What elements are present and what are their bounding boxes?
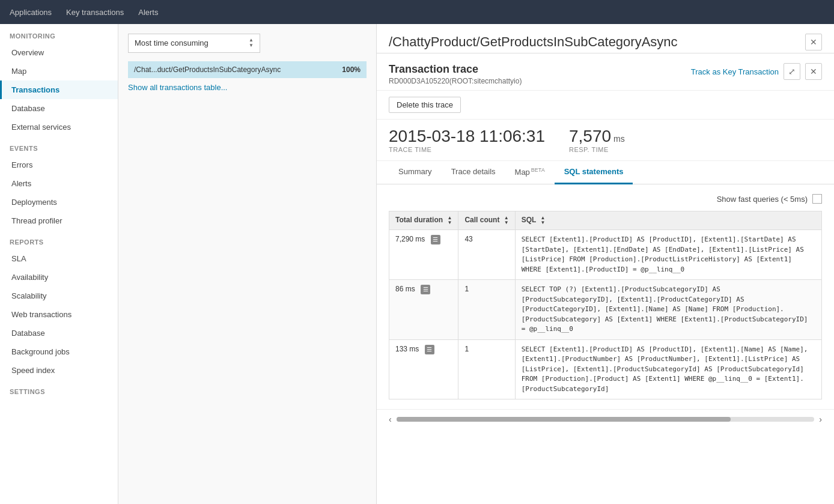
- sidebar-item-external-services[interactable]: External services: [0, 118, 118, 136]
- table-row: 86 ms ☰1SELECT TOP (?) [Extent1].[Produc…: [389, 280, 822, 340]
- sidebar-item-web-transactions[interactable]: Web transactions: [0, 305, 118, 324]
- left-panel: Most time consuming ▲ ▼ /Chat...duct/Get…: [118, 24, 377, 504]
- trace-time-value: 2015-03-18 11:06:31: [389, 127, 545, 146]
- sidebar: MONITORING Overview Map Transactions Dat…: [0, 24, 118, 504]
- sort-arrows-sql: ▲▼: [540, 216, 545, 225]
- top-nav: Applications Key transactions Alerts: [0, 0, 834, 24]
- sidebar-item-overview[interactable]: Overview: [0, 43, 118, 62]
- detail-header: /ChattyProduct/GetProductsInSubCategoryA…: [377, 24, 834, 53]
- time-consuming-dropdown[interactable]: Most time consuming ▲ ▼: [128, 34, 260, 53]
- sidebar-item-sla[interactable]: SLA: [0, 249, 118, 268]
- trace-tabs: Summary Trace details MapBETA SQL statem…: [377, 161, 834, 184]
- nav-alerts[interactable]: Alerts: [138, 5, 158, 19]
- resp-time-value: 7,570 ms: [569, 127, 625, 146]
- transaction-bar-pct: 100%: [342, 65, 361, 74]
- col-total-duration[interactable]: Total duration ▲▼: [389, 211, 458, 230]
- sidebar-item-availability[interactable]: Availability: [0, 268, 118, 287]
- trace-card-header: Transaction trace RD000D3A105220(ROOT:si…: [377, 53, 834, 91]
- filter-row: Show fast queries (< 5ms): [389, 194, 822, 204]
- right-panel: /ChattyProduct/GetProductsInSubCategoryA…: [377, 24, 834, 504]
- col-sql[interactable]: SQL ▲▼: [515, 211, 821, 230]
- sql-code-text: SELECT [Extent1].[ProductID] AS [Product…: [522, 235, 808, 273]
- delete-trace-button[interactable]: Delete this trace: [389, 97, 461, 113]
- cell-sql: SELECT TOP (?) [Extent1].[ProductSubcate…: [515, 280, 821, 340]
- bottom-scrollbar: ‹ ›: [377, 409, 834, 429]
- scroll-thumb: [397, 417, 731, 422]
- tab-trace-details[interactable]: Trace details: [442, 161, 505, 184]
- trace-card-subtitle: RD000D3A105220(ROOT:sitecmchattyio): [389, 77, 522, 85]
- scroll-left-icon[interactable]: ‹: [389, 414, 392, 424]
- sort-arrows-call-count: ▲▼: [504, 216, 509, 225]
- sidebar-item-database-report[interactable]: Database: [0, 324, 118, 342]
- sidebar-item-map[interactable]: Map: [0, 62, 118, 80]
- sidebar-section-settings: SETTINGS: [0, 380, 118, 399]
- transaction-bar-item[interactable]: /Chat...duct/GetProductsInSubCategoryAsy…: [128, 61, 367, 78]
- track-key-transaction-link[interactable]: Track as Key Transaction: [691, 67, 779, 76]
- sidebar-section-monitoring: MONITORING: [0, 24, 118, 43]
- dropdown-selected-value: Most time consuming: [135, 38, 208, 47]
- trace-card-actions: Track as Key Transaction ⤢ ✕: [691, 63, 822, 80]
- sidebar-item-background-jobs[interactable]: Background jobs: [0, 342, 118, 361]
- expand-icon[interactable]: ⤢: [784, 63, 800, 80]
- cell-sql: SELECT [Extent1].[ProductID] AS [Product…: [515, 339, 821, 399]
- sidebar-item-deployments[interactable]: Deployments: [0, 193, 118, 211]
- resp-time-label: RESP. TIME: [569, 146, 625, 153]
- cell-call-count: 1: [458, 280, 515, 340]
- sql-doc-icon[interactable]: ☰: [431, 235, 440, 244]
- trace-metrics: 2015-03-18 11:06:31 TRACE TIME 7,570 ms …: [377, 120, 834, 161]
- resp-time-unit: ms: [613, 134, 625, 144]
- nav-applications[interactable]: Applications: [10, 5, 52, 19]
- sql-code-text: SELECT [Extent1].[ProductID] AS [Product…: [522, 345, 812, 393]
- col-call-count[interactable]: Call count ▲▼: [458, 211, 515, 230]
- trace-time-metric: 2015-03-18 11:06:31 TRACE TIME: [389, 127, 545, 153]
- sql-code-text: SELECT TOP (?) [Extent1].[ProductSubcate…: [522, 285, 812, 333]
- sidebar-section-reports: REPORTS: [0, 230, 118, 249]
- filter-label: Show fast queries (< 5ms): [717, 195, 808, 204]
- beta-badge: BETA: [531, 167, 545, 173]
- page-title: /ChattyProduct/GetProductsInSubCategoryA…: [389, 34, 678, 50]
- sql-section: Show fast queries (< 5ms) Total duration…: [377, 184, 834, 409]
- scroll-right-icon[interactable]: ›: [819, 414, 822, 424]
- close-trace-icon[interactable]: ✕: [805, 63, 822, 80]
- sidebar-item-thread-profiler[interactable]: Thread profiler: [0, 211, 118, 230]
- scroll-track[interactable]: [397, 417, 815, 422]
- table-row: 7,290 ms ☰43SELECT [Extent1].[ProductID]…: [389, 230, 822, 280]
- sidebar-item-alerts[interactable]: Alerts: [0, 174, 118, 193]
- sql-doc-icon[interactable]: ☰: [425, 345, 434, 354]
- cell-sql: SELECT [Extent1].[ProductID] AS [Product…: [515, 230, 821, 280]
- show-fast-queries-checkbox[interactable]: [812, 194, 822, 204]
- cell-call-count: 43: [458, 230, 515, 280]
- trace-card: Transaction trace RD000D3A105220(ROOT:si…: [377, 53, 834, 429]
- transaction-bar-name: /Chat...duct/GetProductsInSubCategoryAsy…: [134, 65, 281, 74]
- sql-doc-icon[interactable]: ☰: [421, 285, 430, 294]
- show-all-link[interactable]: Show all transactions table...: [128, 83, 227, 92]
- cell-duration: 86 ms ☰: [389, 280, 458, 340]
- cell-duration: 7,290 ms ☰: [389, 230, 458, 280]
- close-icon[interactable]: ✕: [805, 34, 822, 50]
- table-row: 133 ms ☰1SELECT [Extent1].[ProductID] AS…: [389, 339, 822, 399]
- nav-key-transactions[interactable]: Key transactions: [66, 5, 124, 19]
- tab-map[interactable]: MapBETA: [505, 161, 555, 184]
- detail-header-icons: ✕: [805, 34, 822, 50]
- sidebar-item-speed-index[interactable]: Speed index: [0, 361, 118, 380]
- sidebar-item-transactions[interactable]: Transactions: [0, 80, 118, 99]
- tab-summary[interactable]: Summary: [389, 161, 442, 184]
- resp-time-metric: 7,570 ms RESP. TIME: [569, 127, 625, 153]
- sidebar-section-events: EVENTS: [0, 136, 118, 156]
- sidebar-item-scalability[interactable]: Scalability: [0, 287, 118, 305]
- sidebar-item-database[interactable]: Database: [0, 99, 118, 118]
- sidebar-item-errors[interactable]: Errors: [0, 156, 118, 174]
- trace-card-title: Transaction trace: [389, 63, 522, 76]
- sort-arrows-duration: ▲▼: [447, 216, 452, 225]
- cell-duration: 133 ms ☰: [389, 339, 458, 399]
- cell-call-count: 1: [458, 339, 515, 399]
- trace-time-label: TRACE TIME: [389, 146, 545, 153]
- dropdown-arrows-icon: ▲ ▼: [249, 38, 254, 49]
- main-content: Most time consuming ▲ ▼ /Chat...duct/Get…: [118, 24, 834, 504]
- tab-sql-statements[interactable]: SQL statements: [555, 161, 633, 184]
- sql-table: Total duration ▲▼ Call count ▲▼ SQL ▲▼: [389, 211, 822, 399]
